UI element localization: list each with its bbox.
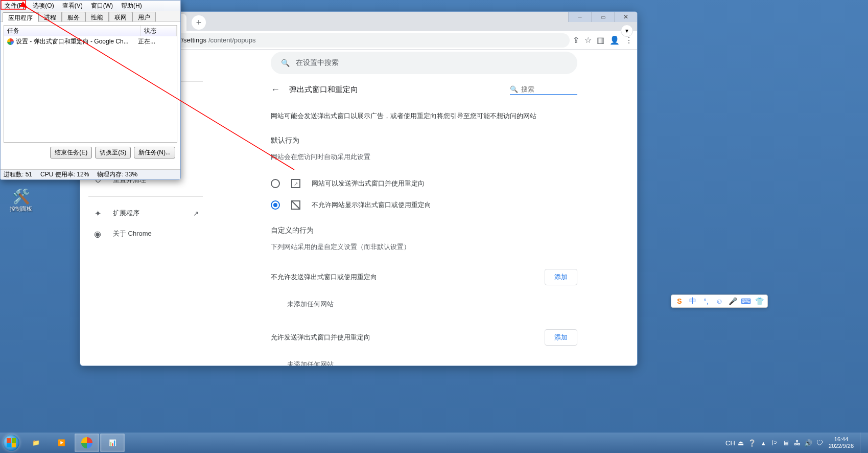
desktop-icon-control-panel[interactable]: 🛠️ 控制面板 — [3, 188, 39, 213]
radio-option-allow[interactable]: ↗ 网站可以发送弹出式窗口并使用重定向 — [271, 173, 577, 194]
end-task-button[interactable]: 结束任务(E) — [50, 147, 92, 158]
settings-content: 🔍 在设置中搜索 ← 弹出式窗口和重定向 🔍 网站可能会发送弹出式窗口以展示广告… — [211, 50, 637, 366]
maximize-button[interactable]: ▭ — [591, 12, 614, 22]
tab-users[interactable]: 用户 — [132, 12, 156, 21]
sogou-icon[interactable]: S — [674, 297, 685, 305]
default-behavior-sub: 网站会在您访问时自动采用此设置 — [271, 152, 577, 162]
share-icon[interactable]: ⇪ — [573, 35, 579, 45]
block-empty: 未添加任何网站 — [271, 291, 577, 323]
col-task[interactable]: 任务 — [4, 26, 141, 36]
tray-network-icon[interactable]: 🖧 — [793, 439, 801, 447]
search-placeholder: 在设置中搜索 — [296, 58, 339, 67]
start-button[interactable] — [1, 433, 21, 453]
bookmark-icon[interactable]: ☆ — [584, 35, 592, 45]
settings-search[interactable]: 🔍 在设置中搜索 — [271, 52, 577, 74]
list-header: 任务 状态 — [4, 26, 177, 36]
new-tab-button[interactable]: + — [192, 15, 206, 30]
tab-performance[interactable]: 性能 — [85, 12, 109, 21]
side-panel-icon[interactable]: ▥ — [597, 35, 604, 45]
page-description: 网站可能会发送弹出式窗口以展示广告，或者使用重定向将您引导至您可能不想访问的网站 — [271, 111, 577, 121]
status-bar: 进程数: 51 CPU 使用率: 12% 物理内存: 33% — [1, 169, 180, 179]
taskbar-explorer[interactable]: 📁 — [24, 434, 48, 452]
tray-help-icon[interactable]: ❔ — [748, 439, 756, 447]
tab-services[interactable]: 服务 — [62, 12, 85, 21]
tray-clock[interactable]: 16:44 2022/9/26 — [829, 436, 854, 449]
allow-section-title: 允许发送弹出式窗口并使用重定向 — [271, 333, 370, 342]
back-button[interactable]: ← — [271, 84, 280, 95]
tray-volume-icon[interactable]: 🔊 — [804, 439, 812, 447]
popup-open-icon: ↗ — [291, 179, 300, 188]
chevron-down-icon[interactable]: ▾ — [621, 25, 633, 37]
close-button[interactable]: ✕ — [614, 12, 637, 22]
ime-mic-icon[interactable]: 🎤 — [728, 297, 738, 305]
search-icon: 🔍 — [281, 59, 290, 67]
menu-file[interactable]: 文件(F) — [1, 1, 29, 11]
task-row[interactable]: 设置 - 弹出式窗口和重定向 - Google Ch... 正在... — [4, 36, 177, 47]
tab-applications[interactable]: 应用程序 — [3, 12, 38, 22]
custom-sub: 下列网站采用的是自定义设置（而非默认设置） — [271, 242, 577, 252]
menu-help[interactable]: 帮助(H) — [117, 1, 146, 11]
mini-search-input[interactable] — [521, 85, 577, 93]
add-blocked-button[interactable]: 添加 — [545, 269, 577, 285]
tray-lang[interactable]: CH — [725, 439, 734, 447]
show-desktop-button[interactable] — [860, 433, 865, 453]
tab-networking[interactable]: 联网 — [109, 12, 132, 21]
taskbar: 📁 ▶️ 📊 CH ⏏ ❔ ▴ 🏳 🖥 🖧 🔊 🛡 16:44 2022/9/2… — [0, 433, 868, 453]
add-allowed-button[interactable]: 添加 — [545, 329, 577, 346]
tray-chevron-up-icon[interactable]: ▴ — [759, 439, 767, 447]
block-section-title: 不允许发送弹出式窗口或使用重定向 — [271, 273, 377, 282]
puzzle-icon: ✦ — [92, 209, 103, 218]
sidebar-item-about[interactable]: ◉ 关于 Chrome — [80, 223, 205, 244]
tray-monitor-icon[interactable]: 🖥 — [782, 439, 790, 447]
ime-punct-icon[interactable]: °, — [701, 297, 711, 305]
custom-heading: 自定义的行为 — [271, 226, 577, 235]
status-memory: 物理内存: 33% — [97, 170, 137, 179]
divider — [88, 196, 203, 197]
ime-emoji-icon[interactable]: ☺ — [714, 297, 724, 305]
taskbar-media-player[interactable]: ▶️ — [49, 434, 74, 452]
tab-processes[interactable]: 进程 — [38, 12, 62, 21]
taskbar-chrome[interactable] — [75, 434, 99, 452]
ime-toolbar[interactable]: S 中 °, ☺ 🎤 ⌨ 👕 — [671, 295, 768, 308]
menu-view[interactable]: 查看(V) — [58, 1, 87, 11]
mini-search[interactable]: 🔍 — [510, 85, 577, 95]
page-title: 弹出式窗口和重定向 — [289, 85, 501, 95]
ime-lang[interactable]: 中 — [688, 297, 698, 306]
task-name: 设置 - 弹出式窗口和重定向 - Google Ch... — [16, 37, 129, 46]
tray-eject-icon[interactable]: ⏏ — [737, 439, 745, 447]
menu-window[interactable]: 窗口(W) — [87, 1, 117, 11]
menu-options[interactable]: 选项(O) — [29, 1, 58, 11]
switch-to-button[interactable]: 切换至(S) — [95, 147, 131, 158]
tray-action-icon[interactable]: 🏳 — [770, 439, 779, 447]
chrome-icon: ◉ — [92, 229, 103, 239]
omnibox[interactable]: ◯ Chrome://settings/content/popups — [136, 33, 570, 48]
open-external-icon: ↗ — [193, 210, 199, 217]
minimize-button[interactable]: ─ — [568, 12, 591, 22]
profile-icon[interactable]: 👤 — [609, 35, 620, 45]
ime-keyboard-icon[interactable]: ⌨ — [741, 297, 751, 305]
radio-option-block[interactable]: 不允许网站显示弹出式窗口或使用重定向 — [271, 194, 577, 216]
status-cpu: CPU 使用率: 12% — [40, 170, 89, 179]
search-icon: 🔍 — [510, 85, 518, 93]
new-task-button[interactable]: 新任务(N)... — [134, 147, 175, 158]
taskbar-taskmanager[interactable]: 📊 — [100, 434, 125, 452]
sidebar-item-extensions[interactable]: ✦ 扩展程序 ↗ — [80, 203, 205, 223]
system-tray: CH ⏏ ❔ ▴ 🏳 🖥 🖧 🔊 🛡 16:44 2022/9/26 — [725, 433, 867, 453]
radio-unselected-icon — [271, 179, 280, 188]
radio-label: 不允许网站显示弹出式窗口或使用重定向 — [312, 200, 431, 210]
control-panel-icon: 🛠️ — [3, 188, 39, 205]
ime-skin-icon[interactable]: 👕 — [754, 297, 764, 305]
clock-time: 16:44 — [829, 436, 854, 443]
menu-bar: 文件(F) 选项(O) 查看(V) 窗口(W) 帮助(H) — [1, 1, 180, 11]
radio-label: 网站可以发送弹出式窗口并使用重定向 — [312, 179, 425, 188]
popup-block-icon — [291, 200, 300, 210]
tab-bar: 应用程序 进程 服务 性能 联网 用户 — [1, 11, 180, 22]
radio-selected-icon — [271, 200, 280, 210]
desktop-icon-label: 控制面板 — [10, 206, 32, 212]
tray-shield-icon[interactable]: 🛡 — [815, 439, 824, 447]
windows-logo-icon — [3, 435, 19, 451]
task-list[interactable]: 任务 状态 设置 - 弹出式窗口和重定向 - Google Ch... 正在..… — [4, 25, 177, 143]
url-path: /content/popups — [208, 36, 256, 44]
col-status[interactable]: 状态 — [141, 26, 177, 36]
default-behavior-heading: 默认行为 — [271, 136, 577, 145]
